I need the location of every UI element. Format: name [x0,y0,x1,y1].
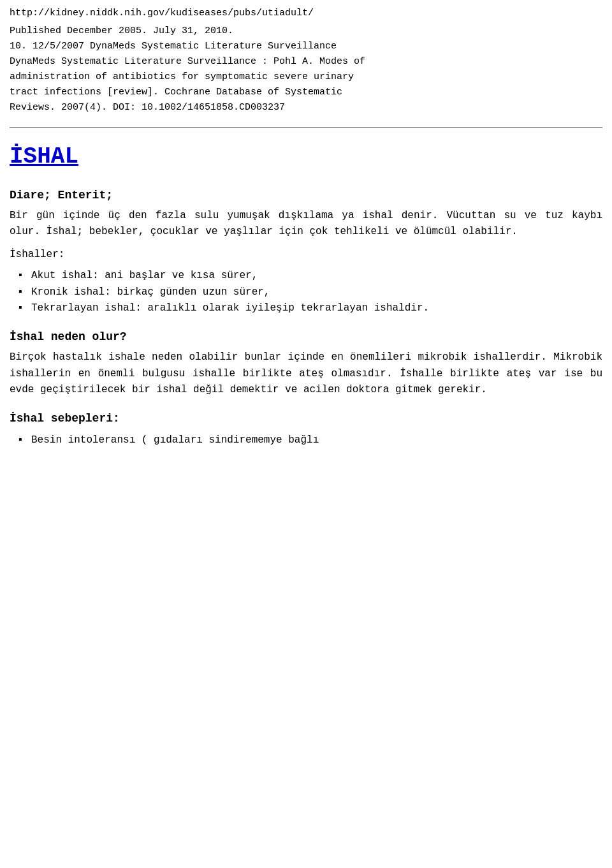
section-divider [10,127,602,128]
diare-subheading: Diare; Enterit; [10,187,602,204]
url-line: http://kidney.niddk.nih.gov/kudiseases/p… [10,6,602,21]
ishaller-list: Akut ishal: ani başlar ve kısa sürer, Kr… [29,268,602,317]
meta-block: Published December 2005. July 31, 2010. … [10,24,602,115]
meta-line5: tract infections [review]. Cochrane Data… [10,85,602,100]
meta-line4: administration of antibiotics for sympto… [10,70,602,85]
ishaller-label: İshaller: [10,247,602,263]
section2-title: İshal neden olur? [10,328,602,346]
list-item: Besin intoleransı ( gıdaları sindirememy… [29,432,602,449]
meta-line3: DynaMeds Systematic Literature Surveilla… [10,54,602,70]
intro-text: Bir gün içinde üç den fazla sulu yumuşak… [10,208,602,240]
list-item: Akut ishal: ani başlar ve kısa sürer, [29,268,602,284]
meta-line6: Reviews. 2007(4). DOI: 10.1002/14651858.… [10,100,602,115]
list-item: Tekrarlayan ishal: aralıklı olarak iyile… [29,300,602,317]
published-line: Published December 2005. July 31, 2010. [10,24,602,39]
meta-line2: 10. 12/5/2007 DynaMeds Systematic Litera… [10,39,602,54]
section3-list: Besin intoleransı ( gıdaları sindirememy… [29,432,602,449]
section3-title: İshal sebepleri: [10,410,602,427]
list-item: Kronik ishal: birkaç günden uzun sürer, [29,284,602,301]
ishal-section: İSHAL Diare; Enterit; Bir gün içinde üç … [10,140,602,449]
ishal-heading: İSHAL [10,140,602,174]
section2-text: Birçok hastalık ishale neden olabilir bu… [10,349,602,399]
